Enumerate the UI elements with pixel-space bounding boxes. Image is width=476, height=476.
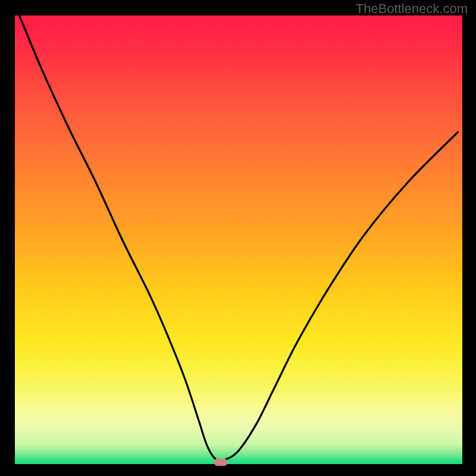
minimum-marker xyxy=(214,459,227,466)
plot-area xyxy=(15,15,462,464)
watermark-text: TheBottleneck.com xyxy=(356,1,468,17)
chart-container: TheBottleneck.com xyxy=(0,0,476,476)
bottleneck-chart xyxy=(0,0,476,476)
